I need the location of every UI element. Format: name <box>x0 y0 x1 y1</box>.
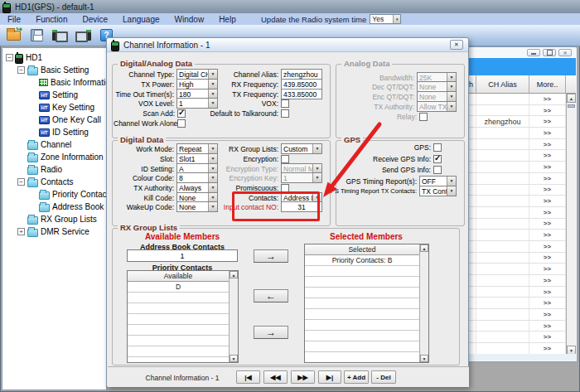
nav-previous-button[interactable]: ◀◀ <box>263 370 288 384</box>
dialog-titlebar[interactable]: Channel Information - 1 ✕ <box>107 38 468 52</box>
tree-expander-icon[interactable]: − <box>17 66 25 74</box>
menu-window[interactable]: Window <box>167 15 212 24</box>
available-list-item[interactable] <box>128 314 229 325</box>
selected-list-item[interactable] <box>305 288 419 298</box>
tree-node-address-book-co[interactable]: Address Book Co <box>2 201 106 213</box>
channel-cell-more[interactable]: >> <box>529 196 566 206</box>
vox-checkbox[interactable] <box>281 99 289 108</box>
channel-cell-more[interactable]: >> <box>529 321 566 332</box>
chevron-down-icon[interactable]: ▼ <box>312 144 321 153</box>
available-list-item[interactable] <box>128 357 229 363</box>
maximize-button-icon[interactable] <box>543 49 556 56</box>
tree-node-zone-information[interactable]: Zone Information <box>2 151 106 163</box>
column-header-more[interactable]: More.. <box>529 75 566 93</box>
channel-cell-more[interactable]: >> <box>529 230 566 240</box>
close-button-icon[interactable] <box>558 49 572 56</box>
menu-device[interactable]: Device <box>75 15 115 24</box>
menu-help[interactable]: Help <box>211 15 244 24</box>
available-list-scrollbar[interactable]: ▲ ▼ <box>229 271 238 362</box>
available-list-item[interactable] <box>128 303 229 314</box>
channel-cell-more[interactable]: >> <box>529 94 566 104</box>
channel-cell-more[interactable]: >> <box>529 185 566 196</box>
add-button[interactable]: + Add <box>344 370 369 384</box>
input-contact-no-input[interactable]: 31 <box>281 201 322 212</box>
tree-node-dmr-service[interactable]: +DMR Service <box>2 225 106 238</box>
move-left-button[interactable]: ← <box>254 289 288 302</box>
scroll-up-icon[interactable]: ▲ <box>420 244 428 252</box>
channel-cell-more[interactable]: >> <box>529 105 566 116</box>
tree-node-rx-group-lists[interactable]: RX Group Lists <box>2 213 106 225</box>
nav-next-button[interactable]: ▶▶ <box>291 370 315 384</box>
update-radio-time-select[interactable]: Yes ▾ <box>370 14 401 24</box>
tree-node-setting[interactable]: HTSetting <box>2 89 106 101</box>
selected-list-item[interactable] <box>305 266 419 277</box>
selected-list-item[interactable] <box>305 341 419 352</box>
minimize-button-icon[interactable] <box>527 49 540 56</box>
menu-file[interactable]: File <box>0 15 28 24</box>
move-right-button-2[interactable]: → <box>254 326 288 339</box>
tree-node-contacts[interactable]: −Contacts <box>2 176 106 188</box>
channel-table-scrollbar[interactable]: ▲ ▼ <box>566 94 576 355</box>
address-book-contacts-field[interactable]: 1 <box>127 249 238 262</box>
channel-cell-more[interactable]: >> <box>529 264 566 274</box>
promiscuous-checkbox[interactable] <box>281 184 289 192</box>
tree-expander-icon[interactable]: − <box>6 54 13 61</box>
tree-node-channel[interactable]: Channel <box>2 138 106 151</box>
channel-cell-more[interactable]: >> <box>529 173 566 184</box>
selected-list-item[interactable] <box>305 352 419 363</box>
nav-last-button[interactable]: ▶| <box>318 370 341 384</box>
scroll-down-icon[interactable]: ▼ <box>420 355 428 362</box>
selected-list-item[interactable] <box>305 331 419 341</box>
scroll-up-icon[interactable]: ▲ <box>567 94 576 103</box>
chevron-down-icon[interactable]: ▾ <box>393 15 400 23</box>
del-button[interactable]: - Del <box>371 370 396 384</box>
selected-list-item[interactable]: Priority Contacts: B <box>305 255 419 266</box>
channel-work-alone-checkbox[interactable] <box>177 119 186 128</box>
scroll-up-icon[interactable]: ▲ <box>230 271 238 278</box>
send-gps-info-checkbox[interactable] <box>433 166 442 174</box>
dialog-close-button[interactable]: ✕ <box>450 40 463 50</box>
read-from-radio-button[interactable] <box>51 27 70 45</box>
tree-expander-icon[interactable]: + <box>17 228 25 235</box>
gps-timing-tx-contacts-select[interactable]: TX Contact▼ <box>419 186 457 196</box>
receive-gps-info-checkbox[interactable] <box>433 155 442 163</box>
chevron-down-icon[interactable]: ▼ <box>447 186 456 196</box>
tree-node-one-key-call[interactable]: HTOne Key Call <box>2 114 106 126</box>
channel-cell-more[interactable]: >> <box>529 309 566 320</box>
channel-cell-more[interactable]: >> <box>529 298 566 308</box>
tree-expander-icon[interactable]: − <box>17 178 25 186</box>
save-button[interactable] <box>27 27 46 45</box>
channel-cell-more[interactable]: >> <box>529 241 566 252</box>
encryption-checkbox[interactable] <box>281 155 289 163</box>
scroll-thumb[interactable] <box>568 104 575 108</box>
tree-node-key-setting[interactable]: HTKey Setting <box>2 101 106 114</box>
channel-cell-more[interactable]: >> <box>529 219 566 230</box>
channel-cell-more[interactable]: >> <box>529 287 566 298</box>
channel-cell-more[interactable]: >> <box>529 343 566 354</box>
channel-cell-more[interactable]: >> <box>529 139 566 150</box>
channel-cell-more[interactable]: >> <box>529 253 566 264</box>
selected-list-item[interactable] <box>305 298 419 309</box>
tree-node-id-setting[interactable]: HTID Setting <box>2 126 106 138</box>
open-file-button[interactable] <box>4 27 23 45</box>
menu-function[interactable]: Function <box>28 15 75 24</box>
selected-list-scrollbar[interactable]: ▲ ▼ <box>419 244 428 362</box>
tree-node-priority-contacts[interactable]: Priority Contacts <box>2 188 106 201</box>
tree-node-basic-information[interactable]: Basic Information <box>2 76 106 89</box>
selected-list-item[interactable] <box>305 320 419 331</box>
menu-language[interactable]: Language <box>115 15 167 24</box>
available-list-item[interactable]: D <box>128 282 229 293</box>
move-right-button[interactable]: → <box>254 249 288 263</box>
channel-cell-more[interactable]: >> <box>529 207 566 218</box>
available-list-item[interactable] <box>128 336 229 346</box>
tree-node-radio[interactable]: Radio <box>2 163 106 176</box>
channel-cell-more[interactable]: >> <box>529 275 566 286</box>
available-list-item[interactable] <box>128 293 229 303</box>
scan-add-checkbox[interactable] <box>177 109 186 118</box>
scroll-down-icon[interactable]: ▼ <box>230 355 238 362</box>
write-to-radio-button[interactable] <box>74 27 93 45</box>
available-list-item[interactable] <box>128 325 229 336</box>
titlebar[interactable]: HD1(GPS) - default-1 <box>0 0 580 13</box>
channel-cell-more[interactable]: >> <box>529 116 566 127</box>
nav-first-button[interactable]: |◀ <box>236 370 260 384</box>
